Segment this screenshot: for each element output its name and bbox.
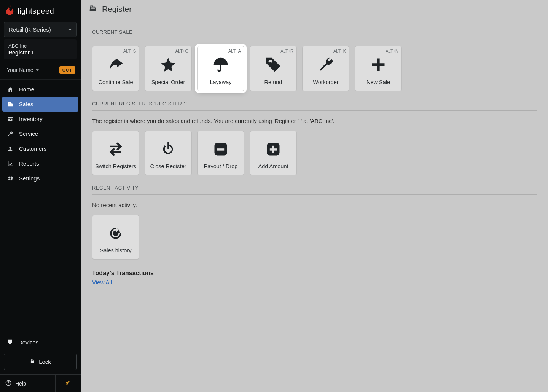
lock-icon bbox=[30, 359, 35, 365]
nav-reports[interactable]: Reports bbox=[0, 156, 81, 171]
tile-label: Workorder bbox=[313, 79, 338, 85]
tile-label: Close Register bbox=[150, 163, 186, 169]
clock-status-badge[interactable]: OUT bbox=[59, 66, 75, 74]
product-selector-label: Retail (R-Series) bbox=[9, 26, 51, 33]
brand-name: lightspeed bbox=[18, 7, 54, 16]
nav-label: Devices bbox=[18, 339, 38, 346]
sidebar-footer: Help bbox=[0, 374, 81, 392]
flame-icon bbox=[6, 5, 14, 17]
minus-square-icon bbox=[212, 135, 229, 163]
nav-label: Reports bbox=[19, 160, 39, 167]
nav-label: Customers bbox=[19, 145, 47, 152]
shortcut-label: ALT+S bbox=[123, 49, 136, 53]
register-name: Register 1 bbox=[8, 49, 72, 56]
shortcut-label: ALT+A bbox=[228, 49, 241, 53]
main-content: Register CURRENT SALE ALT+S Continue Sal… bbox=[81, 0, 548, 392]
tile-new-sale[interactable]: ALT+N New Sale bbox=[355, 46, 402, 91]
org-register-box[interactable]: ABC Inc Register 1 bbox=[4, 39, 77, 59]
sidebar-bottom: Devices Lock Help bbox=[0, 334, 81, 392]
recent-tiles: Sales history bbox=[92, 215, 537, 259]
tile-label: Special Order bbox=[151, 79, 185, 85]
svg-point-3 bbox=[269, 60, 271, 63]
tile-refund[interactable]: ALT+R Refund bbox=[250, 46, 297, 91]
nav-settings[interactable]: Settings bbox=[0, 171, 81, 186]
user-icon bbox=[7, 146, 14, 152]
tile-label: Layaway bbox=[210, 79, 231, 85]
product-selector[interactable]: Retail (R-Series) bbox=[4, 22, 77, 37]
user-name: Your Name bbox=[7, 67, 33, 73]
plus-square-icon bbox=[265, 135, 282, 163]
register-tiles: Switch Registers Close Register Payout /… bbox=[92, 131, 537, 175]
section-heading-current-sale: CURRENT SALE bbox=[92, 29, 537, 39]
monitor-icon bbox=[7, 339, 13, 346]
nav-sales[interactable]: Sales bbox=[2, 97, 78, 112]
wrench-icon bbox=[317, 50, 334, 79]
help-button[interactable]: Help bbox=[0, 375, 56, 392]
power-icon bbox=[160, 135, 177, 163]
register-icon bbox=[7, 101, 14, 107]
share-arrow-icon bbox=[107, 50, 124, 79]
svg-point-2 bbox=[8, 384, 9, 385]
tile-label: Payout / Drop bbox=[204, 163, 238, 169]
shortcut-label: ALT+R bbox=[280, 49, 293, 53]
section-heading-recent: RECENT ACTIVITY bbox=[92, 185, 537, 195]
nav-devices[interactable]: Devices bbox=[0, 334, 81, 351]
help-icon bbox=[5, 380, 11, 387]
shortcut-label: ALT+O bbox=[175, 49, 188, 53]
nav-home[interactable]: Home bbox=[0, 82, 81, 97]
tile-add-amount[interactable]: Add Amount bbox=[250, 131, 297, 175]
tile-label: Refund bbox=[264, 79, 282, 85]
view-all-link[interactable]: View All bbox=[92, 279, 112, 285]
svg-rect-5 bbox=[217, 148, 224, 151]
brand-logo: lightspeed bbox=[0, 0, 81, 21]
gear-icon bbox=[7, 175, 14, 182]
page-title: Register bbox=[102, 5, 132, 14]
tile-layaway[interactable]: ALT+A Layaway bbox=[197, 46, 244, 91]
pin-button[interactable] bbox=[56, 375, 81, 392]
todays-transactions-heading: Today's Transactions bbox=[92, 270, 537, 277]
nav-label: Sales bbox=[19, 101, 33, 107]
help-label: Help bbox=[15, 381, 26, 387]
swap-icon bbox=[107, 135, 124, 163]
company-name: ABC Inc bbox=[8, 43, 72, 49]
tile-special-order[interactable]: ALT+O Special Order bbox=[145, 46, 192, 91]
tile-workorder[interactable]: ALT+K Workorder bbox=[302, 46, 349, 91]
tile-label: Switch Registers bbox=[95, 163, 136, 169]
tile-close-register[interactable]: Close Register bbox=[145, 131, 192, 175]
tile-switch-registers[interactable]: Switch Registers bbox=[92, 131, 139, 175]
primary-nav: Home Sales Inventory Service Customers bbox=[0, 79, 81, 392]
tile-label: Sales history bbox=[100, 247, 131, 253]
nav-label: Service bbox=[19, 131, 38, 137]
tile-label: New Sale bbox=[366, 79, 390, 85]
svg-rect-8 bbox=[272, 146, 274, 153]
chevron-down-icon bbox=[68, 29, 72, 31]
svg-point-0 bbox=[9, 147, 11, 148]
sidebar: lightspeed Retail (R-Series) ABC Inc Reg… bbox=[0, 0, 81, 392]
user-menu[interactable]: Your Name bbox=[7, 67, 39, 73]
lock-label: Lock bbox=[39, 359, 51, 365]
nav-service[interactable]: Service bbox=[0, 126, 81, 141]
tile-sales-history[interactable]: Sales history bbox=[92, 215, 139, 259]
register-icon bbox=[89, 5, 97, 14]
register-description: The register is where you do sales and r… bbox=[92, 118, 537, 124]
wrench-icon bbox=[7, 131, 14, 137]
tile-label: Continue Sale bbox=[98, 79, 133, 85]
tag-icon bbox=[265, 50, 282, 79]
lock-button[interactable]: Lock bbox=[4, 354, 77, 370]
recent-empty-text: No recent activity. bbox=[92, 202, 537, 208]
current-sale-tiles: ALT+S Continue Sale ALT+O Special Order … bbox=[92, 46, 537, 91]
page-body: CURRENT SALE ALT+S Continue Sale ALT+O S… bbox=[81, 19, 548, 301]
tile-payout-drop[interactable]: Payout / Drop bbox=[197, 131, 244, 175]
user-row: Your Name OUT bbox=[0, 63, 81, 79]
pin-icon bbox=[65, 379, 71, 388]
umbrella-icon bbox=[212, 50, 229, 79]
tile-continue-sale[interactable]: ALT+S Continue Sale bbox=[92, 46, 139, 91]
chart-icon bbox=[7, 161, 14, 167]
history-icon bbox=[107, 219, 124, 247]
nav-inventory[interactable]: Inventory bbox=[0, 112, 81, 126]
section-heading-current-register: CURRENT REGISTER IS 'REGISTER 1' bbox=[92, 101, 537, 111]
archive-icon bbox=[7, 116, 14, 122]
nav-customers[interactable]: Customers bbox=[0, 141, 81, 156]
nav-label: Settings bbox=[19, 175, 40, 182]
shortcut-label: ALT+N bbox=[386, 49, 398, 53]
